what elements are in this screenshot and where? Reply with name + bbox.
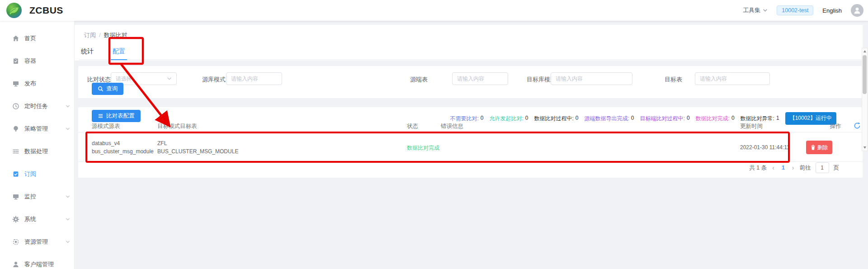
- toolset-menu[interactable]: 工具集: [743, 6, 768, 14]
- chevron-down-icon: [66, 217, 70, 221]
- chip-icon: [12, 238, 19, 245]
- breadcrumb-tabs-panel: 订阅/数据比对 统计 配置: [75, 25, 863, 61]
- col-status: 状态: [407, 123, 418, 130]
- clock-icon: [12, 103, 19, 110]
- sidebar-item-resources[interactable]: 资源管理: [0, 231, 74, 253]
- scrollbar-thumb[interactable]: [863, 55, 867, 94]
- target-schema-input[interactable]: [551, 72, 632, 85]
- sidebar-item-label: 数据处理: [24, 147, 48, 156]
- tab-bar: 统计 配置: [79, 44, 863, 60]
- col-update-time: 更新时间: [740, 123, 763, 130]
- target-schema-value: ZFL: [157, 139, 238, 147]
- breadcrumb-current: 数据比对: [104, 32, 127, 38]
- sidebar-item-label: 资源管理: [24, 238, 48, 246]
- container-icon: [12, 57, 19, 65]
- zcbus-logo-icon: [6, 3, 22, 18]
- chevron-down-icon: [167, 77, 172, 80]
- sidebar-item-label: 策略管理: [24, 125, 48, 133]
- chevron-down-icon: [66, 240, 70, 244]
- sidebar-item-strategy[interactable]: 策略管理: [0, 118, 74, 140]
- delete-button-label: 删除: [817, 144, 828, 151]
- sidebar-item-label: 监控: [24, 193, 36, 201]
- source-schema-value: databus_v4: [92, 139, 154, 147]
- refresh-icon[interactable]: [854, 122, 861, 129]
- environment-badge[interactable]: 10002-test: [777, 5, 813, 15]
- cell-target: ZFL BUS_CLUSTER_MSG_MODULE: [157, 139, 238, 156]
- breadcrumb: 订阅/数据比对: [84, 31, 127, 39]
- sidebar-item-container[interactable]: 容器: [0, 50, 74, 72]
- current-page[interactable]: 1: [780, 165, 787, 171]
- tab-configuration[interactable]: 配置: [111, 44, 127, 60]
- search-button-label: 查询: [106, 85, 118, 93]
- cell-status: 数据比对完成: [407, 144, 439, 152]
- scroll-down-icon[interactable]: [862, 145, 867, 151]
- sidebar-item-client-management[interactable]: 客户端管理: [0, 253, 74, 269]
- chevron-down-icon: [763, 9, 768, 12]
- sidebar-item-system[interactable]: 系统: [0, 208, 74, 231]
- person-icon: [853, 6, 861, 14]
- chevron-down-icon: [66, 195, 70, 198]
- filter-panel: 比对状态 请选择 源库模式 源端表 目标库模式 目标表 查询: [78, 66, 863, 98]
- sidebar-item-subscription[interactable]: 订阅: [0, 163, 74, 185]
- col-target-schema-table: 目标模式目标表: [157, 123, 197, 130]
- source-schema-input[interactable]: [226, 72, 282, 85]
- user-avatar[interactable]: [851, 4, 863, 17]
- vertical-scrollbar[interactable]: [862, 48, 868, 151]
- delete-button[interactable]: 删除: [806, 141, 832, 154]
- strategy-icon: [12, 125, 19, 132]
- target-table-input[interactable]: [695, 72, 770, 85]
- compare-table-config-button[interactable]: 比对表配置: [92, 110, 141, 122]
- next-page-icon[interactable]: ›: [791, 164, 795, 171]
- sidebar-item-data-processing[interactable]: 数据处理: [0, 140, 74, 163]
- sliders-icon: [12, 148, 19, 155]
- client-icon: [12, 261, 19, 268]
- compare-table-panel: 比对表配置 不需要比对:0 允许发起比对:0 数据比对过程中:0 源端数据导出完…: [78, 107, 863, 178]
- sidebar-item-label: 发布: [24, 80, 36, 88]
- col-error-info: 错误信息: [441, 123, 463, 130]
- sidebar-item-label: 订阅: [24, 170, 36, 178]
- scroll-up-icon[interactable]: [862, 48, 867, 54]
- tab-statistics[interactable]: 统计: [79, 44, 95, 60]
- top-header: ZCBUS 工具集 10002-test English: [0, 0, 868, 21]
- goto-page-input[interactable]: [816, 162, 829, 173]
- chevron-down-icon: [66, 127, 70, 131]
- gear-icon: [12, 216, 19, 223]
- subscribe-icon: [12, 170, 19, 178]
- breadcrumb-separator: /: [99, 32, 101, 38]
- sidebar-item-label: 首页: [24, 34, 36, 42]
- cell-source: databus_v4 bus_cluster_msg_module: [92, 139, 154, 156]
- table-row: databus_v4 bus_cluster_msg_module ZFL BU…: [78, 133, 863, 162]
- brand-title: ZCBUS: [29, 5, 63, 16]
- trash-icon: [811, 145, 816, 150]
- table-header-row: 源模式源表 目标模式目标表 状态 错误信息 更新时间 操作: [78, 121, 863, 132]
- sidebar-item-label: 容器: [24, 57, 36, 65]
- target-table-value: BUS_CLUSTER_MSG_MODULE: [157, 147, 238, 156]
- source-schema-label: 源库模式: [202, 76, 226, 84]
- compare-status-placeholder: 请选择: [116, 75, 167, 83]
- sidebar-nav: 首页 容器 发布 定时任务 策略管理: [0, 21, 75, 269]
- pagination: 共 1 条 ‹ 1 › 前往 页: [749, 162, 839, 173]
- target-table-label: 目标表: [665, 76, 682, 84]
- sidebar-item-scheduled-tasks[interactable]: 定时任务: [0, 95, 74, 118]
- prev-page-icon[interactable]: ‹: [771, 164, 775, 171]
- monitor-icon: [12, 80, 19, 87]
- pagination-total: 共 1 条: [749, 164, 767, 172]
- col-actions: 操作: [822, 123, 849, 130]
- cell-update-time: 2022-01-30 11:44:11: [740, 144, 790, 151]
- monitor-icon: [12, 193, 19, 200]
- config-button-label: 比对表配置: [106, 112, 135, 120]
- sidebar-item-publish[interactable]: 发布: [0, 72, 74, 95]
- sidebar-item-label: 系统: [24, 215, 36, 223]
- sidebar-item-monitoring[interactable]: 监控: [0, 185, 74, 208]
- source-table-input[interactable]: [452, 72, 508, 85]
- sidebar-item-label: 客户端管理: [24, 260, 54, 269]
- breadcrumb-section[interactable]: 订阅: [84, 32, 96, 38]
- language-switch[interactable]: English: [822, 7, 842, 14]
- search-button[interactable]: 查询: [92, 83, 123, 95]
- list-icon: [98, 113, 104, 119]
- source-table-label: 源端表: [410, 76, 428, 84]
- source-table-value: bus_cluster_msg_module: [92, 147, 154, 156]
- col-source-schema-table: 源模式源表: [92, 123, 120, 130]
- chevron-down-icon: [66, 104, 70, 108]
- sidebar-item-home[interactable]: 首页: [0, 27, 74, 50]
